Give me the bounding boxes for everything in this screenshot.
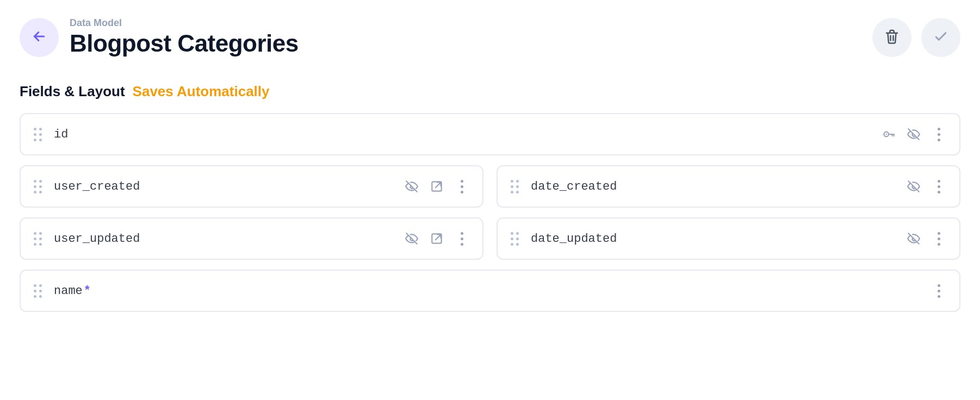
field-card-date-created[interactable]: date_created	[497, 165, 960, 208]
page-header: Data Model Blogpost Categories	[20, 17, 960, 57]
field-actions	[881, 127, 946, 142]
field-name: date_updated	[531, 232, 894, 246]
key-icon[interactable]	[881, 127, 896, 142]
title-block: Data Model Blogpost Categories	[70, 17, 861, 57]
confirm-button[interactable]	[921, 18, 960, 57]
drag-handle-icon[interactable]	[34, 180, 42, 193]
drag-handle-icon[interactable]	[34, 128, 42, 141]
eye-off-icon[interactable]	[906, 127, 921, 142]
field-card-user-created[interactable]: user_created	[20, 165, 483, 208]
field-name: user_created	[54, 180, 392, 193]
open-in-new-icon[interactable]	[429, 231, 444, 246]
field-actions	[906, 179, 946, 194]
breadcrumb: Data Model	[70, 17, 861, 29]
field-name-text: name	[54, 284, 83, 298]
delete-button[interactable]	[872, 18, 911, 57]
autosave-hint: Saves Automatically	[133, 83, 270, 100]
eye-off-icon[interactable]	[404, 179, 419, 194]
eye-off-icon[interactable]	[906, 179, 921, 194]
field-actions	[404, 231, 469, 246]
check-icon	[933, 28, 949, 47]
open-in-new-icon[interactable]	[429, 179, 444, 194]
field-actions	[404, 179, 469, 194]
required-star: *	[84, 284, 91, 298]
more-icon[interactable]	[931, 231, 946, 246]
drag-handle-icon[interactable]	[511, 180, 519, 193]
trash-icon	[884, 28, 900, 47]
more-icon[interactable]	[931, 283, 946, 298]
drag-handle-icon[interactable]	[511, 232, 519, 246]
field-card-name[interactable]: name*	[20, 270, 960, 312]
field-name: id	[54, 128, 869, 141]
field-name: user_updated	[54, 232, 392, 246]
field-name: date_created	[531, 180, 894, 193]
section-heading: Fields & Layout Saves Automatically	[20, 83, 960, 100]
more-icon[interactable]	[454, 231, 469, 246]
field-card-user-updated[interactable]: user_updated	[20, 217, 483, 260]
back-button[interactable]	[20, 18, 59, 57]
eye-off-icon[interactable]	[906, 231, 921, 246]
more-icon[interactable]	[931, 127, 946, 142]
more-icon[interactable]	[454, 179, 469, 194]
drag-handle-icon[interactable]	[34, 284, 42, 298]
header-actions	[872, 18, 960, 57]
drag-handle-icon[interactable]	[34, 232, 42, 246]
more-icon[interactable]	[931, 179, 946, 194]
eye-off-icon[interactable]	[404, 231, 419, 246]
field-actions	[931, 283, 946, 298]
arrow-left-icon	[31, 28, 47, 47]
page-title: Blogpost Categories	[70, 30, 861, 57]
section-title: Fields & Layout	[20, 83, 125, 100]
field-card-date-updated[interactable]: date_updated	[497, 217, 960, 260]
field-actions	[906, 231, 946, 246]
field-card-id[interactable]: id	[20, 113, 960, 155]
field-name: name*	[54, 284, 919, 298]
fields-list: id user_created date_created	[20, 113, 960, 312]
